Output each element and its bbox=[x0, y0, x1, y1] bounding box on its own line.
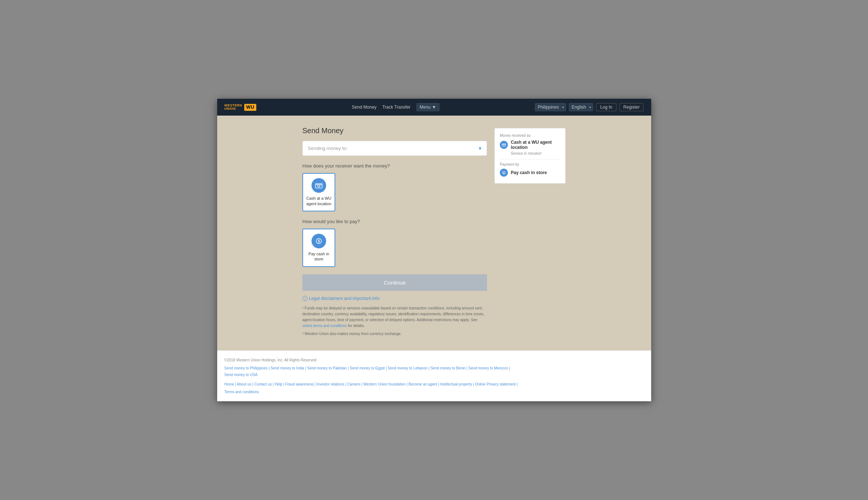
footer-home[interactable]: Home bbox=[224, 382, 234, 386]
logo-line: WESTERNUNION bbox=[224, 104, 242, 111]
footer-careers[interactable]: Careers bbox=[347, 382, 361, 386]
footer: ©2018 Western Union Holdings, Inc. All R… bbox=[217, 350, 651, 401]
receiver-section-label: How does your receiver want the money? bbox=[302, 163, 487, 169]
navbar: WESTERNUNION WU Send Money Track Transfe… bbox=[217, 99, 651, 116]
legal-footnote1: ¹ Funds may be delayed or services unava… bbox=[302, 305, 487, 329]
logo-text: WESTERNUNION WU bbox=[224, 104, 256, 111]
continue-button[interactable]: Continue bbox=[302, 274, 487, 291]
logo-western-union: WESTERNUNION WU bbox=[224, 104, 256, 111]
legal-footnote2: ² Western Union also makes money from cu… bbox=[302, 332, 487, 336]
footer-link-benin[interactable]: Send money to Benin bbox=[430, 366, 465, 370]
footer-about[interactable]: About us bbox=[237, 382, 251, 386]
country-select-wrapper: Philippines bbox=[535, 103, 566, 111]
summary-cash-agent-icon bbox=[500, 141, 508, 149]
footer-contact[interactable]: Contact us bbox=[254, 382, 272, 386]
footer-links: Send money to Philippines | Send money t… bbox=[224, 365, 644, 378]
language-select-wrapper: English bbox=[569, 103, 593, 111]
footer-ip[interactable]: Intellectual property bbox=[440, 382, 472, 386]
svg-rect-0 bbox=[316, 184, 322, 188]
payment-section-label: How would you like to pay? bbox=[302, 219, 487, 224]
page-title: Send Money bbox=[302, 127, 487, 135]
logo: WESTERNUNION WU bbox=[224, 104, 256, 111]
footnote1-end: for details. bbox=[348, 324, 365, 328]
footnote1-link[interactable]: online terms and conditions bbox=[302, 324, 347, 328]
summary-pay-cash: $ Pay cash in store bbox=[500, 169, 560, 177]
nav-send-money[interactable]: Send Money bbox=[352, 105, 376, 110]
nav-track-transfer[interactable]: Track Transfer bbox=[382, 105, 411, 110]
svg-text:$: $ bbox=[318, 239, 320, 243]
payment-label: Payment by bbox=[500, 162, 560, 166]
footer-link-usa[interactable]: Send money to USA bbox=[224, 373, 258, 377]
footer-agent[interactable]: Become an agent bbox=[408, 382, 437, 386]
footer-link-india[interactable]: Send money to India bbox=[271, 366, 304, 370]
cash-agent-label: Cash at a WU agent location bbox=[306, 196, 332, 206]
legal-toggle[interactable]: i Legal disclaimers and important info: bbox=[302, 296, 487, 301]
summary-pay-cash-icon: $ bbox=[500, 169, 508, 177]
footer-investor[interactable]: Investor relations bbox=[317, 382, 344, 386]
left-panel: Send Money Sending money to: ▼ How does … bbox=[302, 127, 487, 335]
footer-link-egypt[interactable]: Send money to Egypt bbox=[350, 366, 385, 370]
footer-terms-link[interactable]: Terms and conditions bbox=[224, 390, 259, 394]
svg-rect-5 bbox=[502, 144, 506, 146]
right-panel: Money received as Cash at a WU agent loc… bbox=[494, 127, 566, 335]
footer-link-pakistan[interactable]: Send money to Pakistan bbox=[307, 366, 347, 370]
footnote1-text: ¹ Funds may be delayed or services unava… bbox=[302, 306, 484, 322]
footer-link-philippines[interactable]: Send money to Philippines bbox=[224, 366, 268, 370]
summary-card: Money received as Cash at a WU agent loc… bbox=[494, 128, 566, 184]
browser-frame: WESTERNUNION WU Send Money Track Transfe… bbox=[217, 99, 651, 401]
svg-point-1 bbox=[318, 185, 320, 187]
pay-cash-option[interactable]: $ Pay cash in store bbox=[302, 229, 335, 267]
footer-link-lebanon[interactable]: Send money to Lebanon bbox=[388, 366, 427, 370]
cash-agent-icon bbox=[312, 178, 326, 193]
legal-toggle-label: Legal disclaimers and important info: bbox=[309, 296, 380, 301]
main-content: Send Money Sending money to: ▼ How does … bbox=[217, 116, 651, 350]
pay-cash-icon: $ bbox=[312, 234, 326, 248]
footer-help[interactable]: Help bbox=[275, 382, 282, 386]
register-button[interactable]: Register bbox=[619, 103, 644, 111]
login-button[interactable]: Log In bbox=[596, 103, 616, 111]
footer-links2: Home | About us | Contact us | Help | Fr… bbox=[224, 381, 644, 388]
sending-to-container: Sending money to: ▼ bbox=[302, 141, 487, 156]
summary-divider bbox=[500, 159, 560, 159]
summary-pay-cash-text: Pay cash in store bbox=[511, 170, 547, 175]
info-icon: i bbox=[302, 296, 307, 301]
country-select[interactable]: Philippines bbox=[535, 103, 566, 111]
money-received-label: Money received as bbox=[500, 134, 560, 138]
navbar-links: Send Money Track Transfer Menu ▼ bbox=[352, 103, 439, 111]
summary-cash-agent-text: Cash at a WU agent location bbox=[511, 140, 560, 150]
logo-wu: WU bbox=[244, 104, 256, 110]
summary-cash-agent: Cash at a WU agent location bbox=[500, 140, 560, 150]
pay-cash-label: Pay cash in store bbox=[306, 251, 332, 262]
footer-terms: Terms and conditions bbox=[224, 390, 644, 394]
cash-agent-option[interactable]: Cash at a WU agent location bbox=[302, 173, 335, 211]
receiver-options: Cash at a WU agent location bbox=[302, 173, 487, 211]
footer-link-morocco[interactable]: Send money to Morocco bbox=[468, 366, 508, 370]
sending-to-select[interactable]: Sending money to: bbox=[303, 141, 487, 155]
footer-foundation[interactable]: Western Union foundation bbox=[363, 382, 405, 386]
footer-fraud[interactable]: Fraud awareness bbox=[285, 382, 313, 386]
footer-privacy[interactable]: Online Privacy statement bbox=[475, 382, 516, 386]
summary-service-label: Service in minutes¹ bbox=[511, 151, 560, 155]
payment-options: $ Pay cash in store bbox=[302, 229, 487, 267]
footer-copyright: ©2018 Western Union Holdings, Inc. All R… bbox=[224, 358, 644, 362]
nav-menu-button[interactable]: Menu ▼ bbox=[416, 103, 439, 111]
language-select[interactable]: English bbox=[569, 103, 593, 111]
content-wrapper: Send Money Sending money to: ▼ How does … bbox=[295, 127, 573, 335]
navbar-right: Philippines English Log In Register bbox=[535, 103, 644, 111]
